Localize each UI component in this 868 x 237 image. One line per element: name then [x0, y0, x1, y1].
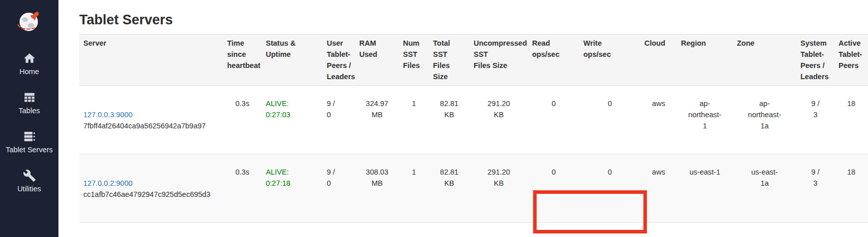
table-row: 127.0.0.2:9000 cc1afb7c46ae4792947c925d5… [79, 154, 868, 223]
cell-region: ap- northeast- 1 [677, 86, 733, 154]
cell-time-since-heartbeat: 0.3s [223, 223, 262, 237]
cell-ram-used: 351.01 MB [355, 223, 399, 237]
cell-system-tablet-peers: 9 / 3 [796, 223, 834, 237]
cell-system-tablet-peers: 9 / 3 [796, 86, 834, 154]
cell-uncompressed-sst-size: 291.20 KB [470, 154, 528, 223]
sidebar-item-label: Utilities [17, 185, 41, 193]
cell-num-sst-files: 1 [399, 86, 429, 154]
tables-icon [23, 91, 36, 104]
sidebar: Home Tables [0, 0, 58, 237]
col-header-status-uptime: Status & Uptime [262, 35, 323, 86]
cell-total-sst-size: 82.81 KB [429, 86, 470, 154]
cell-system-tablet-peers: 9 / 3 [796, 154, 834, 223]
cell-server: 127.0.0.3:9000 7fbff4af26404ca9a56256942… [79, 86, 223, 154]
sidebar-item-utilities[interactable]: Utilities [4, 169, 55, 193]
cell-read-ops: 0 [528, 154, 579, 223]
cell-server: 127.0.0.2:9000 cc1afb7c46ae4792947c925d5… [79, 154, 223, 223]
cell-active-tablet-peers: 18 [834, 86, 868, 154]
cell-cloud: aws [640, 86, 677, 154]
cell-uncompressed-sst-size: 291.20 KB [470, 223, 528, 237]
app-window: Home Tables [0, 0, 868, 237]
col-header-time-since-heartbeat: Time since heartbeat [223, 35, 262, 86]
sidebar-item-tables[interactable]: Tables [4, 91, 55, 115]
table-row: 127.0.0.1:9000 52b6278c6f894a1fb0525f523… [79, 223, 868, 237]
cell-time-since-heartbeat: 0.3s [223, 86, 262, 154]
cell-time-since-heartbeat: 0.3s [223, 154, 262, 223]
sidebar-item-label: Tables [19, 107, 40, 115]
cell-active-tablet-peers: 18 [834, 154, 868, 223]
col-header-read-ops: Read ops/sec [528, 35, 579, 86]
cell-num-sst-files: 1 [399, 223, 429, 237]
col-header-ram-used: RAM Used [355, 35, 399, 86]
cell-write-ops: 0 [579, 154, 640, 223]
utilities-icon [23, 169, 36, 182]
sidebar-item-label: Tablet Servers [6, 146, 53, 154]
cell-user-tablet-peers: 9 / 0 [323, 86, 355, 154]
server-uuid: 7fbff4af26404ca9a56256942a7b9a97 [83, 120, 219, 131]
cell-status-uptime: ALIVE: 0:27:03 [262, 86, 323, 154]
col-header-system-tablet-peers: System Tablet- Peers / Leaders [796, 35, 834, 86]
col-header-user-tablet-peers: User Tablet- Peers / Leaders [323, 35, 355, 86]
cell-zone: us-west- 2a [733, 223, 796, 237]
cell-uncompressed-sst-size: 291.20 KB [470, 86, 528, 154]
cell-total-sst-size: 82.81 KB [429, 223, 470, 237]
cell-cloud: aws [640, 154, 677, 223]
server-uuid: cc1afb7c46ae4792947c925d5ec695d3 [83, 189, 219, 200]
cell-write-ops: 1482.15 [579, 223, 640, 237]
cell-active-tablet-peers: 18 [834, 223, 868, 237]
cell-num-sst-files: 1 [399, 154, 429, 223]
sidebar-nav: Home Tables [4, 52, 55, 193]
server-link[interactable]: 127.0.0.3:9000 [83, 111, 133, 119]
cell-zone: ap- northeast- 1a [733, 86, 796, 154]
col-header-uncompressed-sst-size: Uncompressed SST Files Size [470, 35, 528, 86]
page-title: Tablet Servers [79, 12, 868, 28]
cell-read-ops: 1482.55 [528, 223, 579, 237]
tablet-servers-table: Server Time since heartbeat Status & Upt… [79, 34, 868, 237]
yugabyte-logo-icon[interactable] [15, 7, 44, 37]
cell-user-tablet-peers: 9 / 9 [323, 223, 355, 237]
col-header-server: Server [79, 35, 223, 86]
col-header-num-sst-files: Num SST Files [399, 35, 429, 86]
table-row: 127.0.0.3:9000 7fbff4af26404ca9a56256942… [79, 86, 868, 154]
col-header-total-sst-size: Total SST Files Size [429, 35, 470, 86]
home-icon [23, 52, 36, 65]
cell-zone: us-east- 1a [733, 154, 796, 223]
col-header-write-ops: Write ops/sec [579, 35, 640, 86]
cell-status-uptime: ALIVE: 0:27:18 [262, 154, 323, 223]
tablet-servers-icon [23, 130, 36, 143]
cell-server: 127.0.0.1:9000 52b6278c6f894a1fb0525f523… [79, 223, 223, 237]
cell-region: us-west-2 [677, 223, 733, 237]
sidebar-item-tablet-servers[interactable]: Tablet Servers [4, 130, 55, 154]
cell-write-ops: 0 [579, 86, 640, 154]
col-header-region: Region [677, 35, 733, 86]
cell-read-ops: 0 [528, 86, 579, 154]
sidebar-item-home[interactable]: Home [4, 52, 55, 76]
col-header-cloud: Cloud [640, 35, 677, 86]
col-header-zone: Zone [733, 35, 796, 86]
cell-ram-used: 324.97 MB [355, 86, 399, 154]
cell-status-uptime: ALIVE: 0:27:38 [262, 223, 323, 237]
main-content: Tablet Servers Server Time since heartbe… [58, 0, 868, 237]
col-header-active-tablet-peers: Active Tablet- Peers [834, 35, 868, 86]
cell-total-sst-size: 82.81 KB [429, 154, 470, 223]
cell-user-tablet-peers: 9 / 0 [323, 154, 355, 223]
cell-ram-used: 308.03 MB [355, 154, 399, 223]
server-link[interactable]: 127.0.0.2:9000 [83, 179, 133, 187]
sidebar-item-label: Home [19, 67, 39, 76]
cell-region: us-east-1 [677, 154, 733, 223]
table-header-row: Server Time since heartbeat Status & Upt… [79, 35, 868, 86]
cell-cloud: aws [640, 223, 677, 237]
